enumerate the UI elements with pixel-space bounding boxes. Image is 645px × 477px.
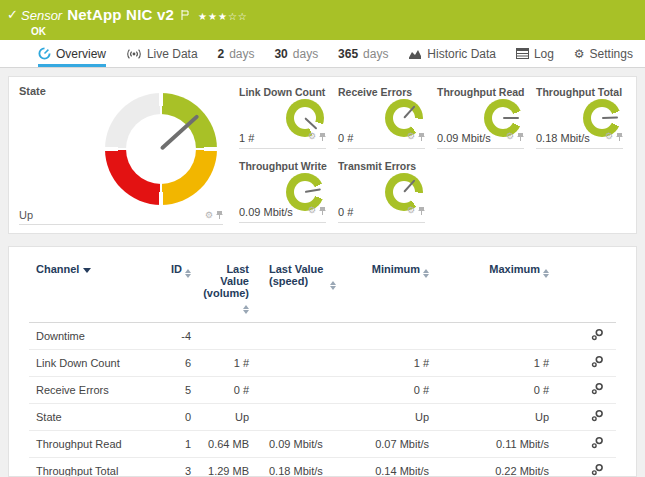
priority-stars[interactable]: ★★★☆☆ xyxy=(198,11,248,22)
channel-id: 0 xyxy=(159,404,197,431)
channel-gauge-value: 0.09 Mbit/s xyxy=(437,132,491,144)
channel-gauge-panel[interactable]: Throughput Read 0.09 Mbit/s ⚙ xyxy=(437,85,524,149)
channel-table-panel: Channel ID Last Value (volume) Last Valu… xyxy=(8,246,637,477)
column-header-id[interactable]: ID xyxy=(159,259,197,323)
tab-overview[interactable]: Overview xyxy=(38,40,106,67)
gear-icon: ⚙ xyxy=(574,48,585,60)
channel-name: Downtime xyxy=(29,323,159,350)
gear-icon[interactable]: ⚙ xyxy=(308,132,316,141)
last-value-speed xyxy=(257,350,367,377)
sensor-title: NetApp NIC v2 xyxy=(67,6,174,23)
table-header-row: Channel ID Last Value (volume) Last Valu… xyxy=(29,259,616,323)
pin-icon[interactable] xyxy=(517,127,524,145)
maximum-value: 0.11 Mbit/s xyxy=(437,431,557,458)
maximum-value xyxy=(437,323,557,350)
column-header-minimum[interactable]: Minimum xyxy=(367,259,437,323)
channel-gauge-title: Receive Errors xyxy=(338,85,425,98)
tab-label: days xyxy=(363,47,388,61)
pin-icon[interactable] xyxy=(418,127,425,145)
channel-settings-icon[interactable] xyxy=(591,328,604,343)
tab-365-days[interactable]: 365 days xyxy=(338,40,388,67)
minimum-value: 0.07 Mbit/s xyxy=(367,431,437,458)
overview-gauges-panel: State Up ⚙ Link Down Count 1 # xyxy=(8,76,637,234)
state-gauge-panel: State Up ⚙ xyxy=(19,85,223,225)
last-value-volume: 1 # xyxy=(197,350,257,377)
minimum-value: 1 # xyxy=(367,350,437,377)
last-value-speed: 0.18 Mbit/s xyxy=(257,458,367,477)
channel-settings-icon[interactable] xyxy=(591,409,604,424)
minimum-value: 0.14 Mbit/s xyxy=(367,458,437,477)
chart-icon xyxy=(408,48,422,60)
channel-id: -4 xyxy=(159,323,197,350)
sort-icon xyxy=(423,269,429,278)
state-gauge xyxy=(105,93,217,205)
pin-icon[interactable] xyxy=(319,201,326,219)
channel-gauge-panel[interactable]: Link Down Count 1 # ⚙ xyxy=(239,85,326,149)
state-gauge-title: State xyxy=(19,85,223,97)
pin-icon[interactable] xyxy=(319,127,326,145)
maximum-value: 0.22 Mbit/s xyxy=(437,458,557,477)
tab-settings[interactable]: ⚙ Settings xyxy=(574,40,633,67)
channel-gauge-value: 0.18 Mbit/s xyxy=(536,132,590,144)
table-row: Throughput Total 3 1.29 MB 0.18 Mbit/s 0… xyxy=(29,458,616,477)
channel-settings-icon[interactable] xyxy=(591,382,604,397)
log-icon xyxy=(516,48,529,59)
channel-gauge-title: Throughput Write xyxy=(239,159,326,172)
pin-icon[interactable] xyxy=(418,201,425,219)
sort-icon xyxy=(543,269,549,278)
gear-icon[interactable]: ⚙ xyxy=(308,206,316,215)
gear-icon[interactable]: ⚙ xyxy=(605,132,613,141)
column-header-maximum[interactable]: Maximum xyxy=(437,259,557,323)
channel-gauge-value: 1 # xyxy=(239,132,254,144)
channel-gauge-panel[interactable]: Transmit Errors 0 # ⚙ xyxy=(338,159,425,223)
channel-settings-icon[interactable] xyxy=(591,436,604,451)
sensor-kind-label: Sensor xyxy=(21,8,62,23)
channel-gauge-title: Link Down Count xyxy=(239,85,326,98)
tab-label: 2 xyxy=(218,47,225,61)
channel-id: 5 xyxy=(159,377,197,404)
tab-label: Log xyxy=(534,47,554,61)
status-check-icon: ✓ xyxy=(7,7,21,40)
tab-2-days[interactable]: 2 days xyxy=(218,40,255,67)
table-row: Receive Errors 5 0 # 0 # 0 # xyxy=(29,377,616,404)
column-header-last-value-volume[interactable]: Last Value (volume) xyxy=(197,259,257,323)
gear-icon[interactable]: ⚙ xyxy=(205,211,213,220)
last-value-volume xyxy=(197,323,257,350)
channel-gauge-panel[interactable]: Throughput Write 0.09 Mbit/s ⚙ xyxy=(239,159,326,223)
tab-30-days[interactable]: 30 days xyxy=(274,40,318,67)
last-value-volume: 0 # xyxy=(197,377,257,404)
tab-label: days xyxy=(293,47,318,61)
channel-gauge-panel[interactable]: Throughput Total 0.18 Mbit/s ⚙ xyxy=(536,85,623,149)
sort-icon xyxy=(330,281,336,290)
broadcast-icon xyxy=(126,48,142,60)
flag-icon[interactable] xyxy=(181,6,189,24)
tab-log[interactable]: Log xyxy=(516,40,554,67)
sort-desc-icon xyxy=(83,268,91,273)
tab-label: Settings xyxy=(590,47,633,61)
column-header-last-value-speed[interactable]: Last Value (speed) xyxy=(257,259,367,323)
channel-settings-icon[interactable] xyxy=(591,463,604,477)
channel-name: Throughput Total xyxy=(29,458,159,477)
last-value-speed: 0.09 Mbit/s xyxy=(257,431,367,458)
table-row: Downtime -4 xyxy=(29,323,616,350)
table-row: State 0 Up Up Up xyxy=(29,404,616,431)
last-value-speed xyxy=(257,377,367,404)
tab-historic-data[interactable]: Historic Data xyxy=(408,40,496,67)
gear-icon[interactable]: ⚙ xyxy=(506,132,514,141)
column-header-channel[interactable]: Channel xyxy=(29,259,159,323)
channel-gauge-panel[interactable]: Receive Errors 0 # ⚙ xyxy=(338,85,425,149)
tab-live-data[interactable]: Live Data xyxy=(126,40,198,67)
gear-icon[interactable]: ⚙ xyxy=(407,206,415,215)
state-status-label: Up xyxy=(19,209,33,221)
gear-icon[interactable]: ⚙ xyxy=(407,132,415,141)
channel-table-body: Downtime -4 Link Down Count 6 1 # 1 # 1 … xyxy=(29,323,616,477)
sort-icon xyxy=(185,269,191,278)
sensor-header: ✓ Sensor NetApp NIC v2 ★★★☆☆ OK xyxy=(0,0,645,40)
mini-gauge-grid: Link Down Count 1 # ⚙ Receive Errors 0 #… xyxy=(239,85,626,225)
pin-icon[interactable] xyxy=(616,127,623,145)
sort-icon xyxy=(243,305,249,314)
gauge-needle xyxy=(503,117,519,119)
pin-icon[interactable] xyxy=(216,209,223,221)
tab-label: Live Data xyxy=(147,47,198,61)
channel-settings-icon[interactable] xyxy=(591,355,604,370)
